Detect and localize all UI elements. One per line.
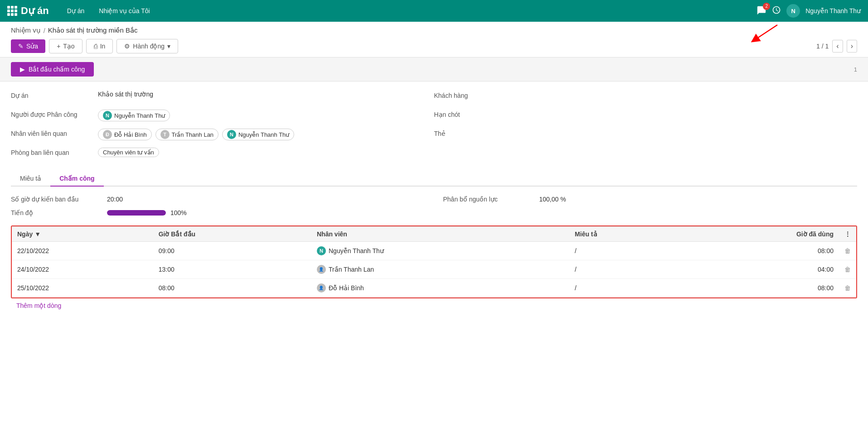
action-button[interactable]: ⚙ Hành động ▾ [116,39,178,53]
progress-bar-bg [107,210,166,216]
nav-du-an[interactable]: Dự án [60,0,92,22]
table-row: 22/10/2022 09:00 N Nguyễn Thanh Thư / 08 [12,242,856,260]
cell-nhan-vien-2: 👤 Trần Thanh Lan [311,260,569,279]
nhan-vien-tag-3[interactable]: N Nguyễn Thanh Thư [222,129,294,140]
print-button[interactable]: ⎙ In [86,39,113,53]
edit-button[interactable]: ✎ Sửa [11,39,45,53]
breadcrumb: Nhiệm vụ / Khảo sát thị trường miền Bắc [0,22,868,37]
prev-button[interactable]: ‹ [832,40,843,53]
sort-icon: ▼ [34,230,41,238]
nguoi-phan-cong-tag[interactable]: N Nguyễn Thanh Thư [98,110,170,121]
start-counter: 1 [854,66,857,73]
col-mieu-ta: Miêu tả [569,227,679,242]
han-chot-row: Hạn chót [434,110,858,122]
cell-gio-3: 08:00 [153,279,311,297]
cell-gio-da-dung-1: 08:00 [679,242,839,260]
phong-ban-value: Chuyên viên tư vấn [98,148,434,157]
user-name[interactable]: Nguyễn Thanh Thư [805,7,861,14]
tab-cham-cong[interactable]: Chấm công [50,171,103,187]
form-grid: Dự án Khảo sát thị trường Người được Phâ… [11,91,857,160]
edit-icon: ✎ [18,43,24,50]
cell-mieu-ta-1: / [569,242,679,260]
pagination-area: 1 / 1 ‹ › [816,40,857,53]
row1-avatar: N [317,246,326,255]
svg-line-0 [755,25,777,40]
phan-bo-label: Phân bổ nguồn lực [443,196,534,203]
so-gio-value: 20:00 [107,196,123,203]
col-ngay[interactable]: Ngày ▼ [12,227,153,242]
app-title: Dự án [21,5,49,17]
cell-gio-1: 09:00 [153,242,311,260]
timesheets-table: Ngày ▼ Giờ Bắt đầu Nhân viên Miêu tả Giờ… [12,226,856,297]
table-row: 24/10/2022 13:00 👤 Trần Thanh Lan / 04: [12,260,856,279]
notification-icon[interactable]: 2 [756,5,766,17]
user-avatar: N [786,4,800,18]
cell-delete-2[interactable]: 🗑 [839,260,856,279]
clock-icon[interactable] [772,5,781,17]
cell-date-1: 22/10/2022 [12,242,153,260]
du-an-row: Dự án Khảo sát thị trường [11,91,434,103]
phong-ban-row: Phòng ban liên quan Chuyên viên tư vấn [11,148,434,160]
nhan-vien-row: Nhân viên liên quan Đ Đỗ Hải Bình T Trần… [11,129,434,141]
breadcrumb-parent[interactable]: Nhiệm vụ [11,26,41,34]
nguoi-phan-cong-row: Người được Phân công N Nguyễn Thanh Thư [11,110,434,122]
action-bar: ✎ Sửa + Tạo ⎙ In ⚙ Hành động ▾ 1 / 1 ‹ › [0,37,868,57]
topnav: Dự án Dự án Nhiệm vụ của Tôi 2 N Nguyễn … [0,0,868,22]
cell-gio-2: 13:00 [153,260,311,279]
start-chamcong-label: Bắt đầu chấm công [29,66,85,73]
cell-gio-da-dung-2: 04:00 [679,260,839,279]
start-chamcong-button[interactable]: ▶ Bắt đầu chấm công [11,62,94,77]
nhan-vien-label: Nhân viên liên quan [11,129,92,137]
du-an-value: Khảo sát thị trường [98,91,434,98]
phong-ban-tag[interactable]: Chuyên viên tư vấn [98,148,159,157]
col-options-icon[interactable]: ⋮ [844,230,851,238]
cell-nhan-vien-3: 👤 Đỗ Hải Bình [311,279,569,297]
cell-date-2: 24/10/2022 [12,260,153,279]
nguoi-phan-cong-avatar: N [103,111,112,120]
cell-delete-3[interactable]: 🗑 [839,279,856,297]
progress-bar-fill [107,210,166,216]
table-row: 25/10/2022 08:00 👤 Đỗ Hải Bình / 08:00 [12,279,856,297]
chevron-down-icon: ▾ [167,43,170,50]
the-label: Thẻ [434,129,516,137]
cell-delete-1[interactable]: 🗑 [839,242,856,260]
nhan-vien-avatar-3: N [227,130,236,139]
cell-nhan-vien-1: N Nguyễn Thanh Thư [311,242,569,260]
form-left: Dự án Khảo sát thị trường Người được Phâ… [11,91,434,160]
col-gio-da-dung: Giờ đã dùng [679,227,839,242]
row2-avatar: 👤 [317,265,326,274]
main-content: Dự án Khảo sát thị trường Người được Phâ… [0,81,868,322]
start-bar: ▶ Bắt đầu chấm công 1 [0,57,868,81]
nav-nhiem-vu[interactable]: Nhiệm vụ của Tôi [92,0,157,22]
gear-icon: ⚙ [124,43,130,50]
tien-do-label: Tiến độ [11,209,102,216]
han-chot-label: Hạn chót [434,110,516,118]
col-gio-bat-dau: Giờ Bắt đầu [153,227,311,242]
du-an-label: Dự án [11,91,92,99]
khach-hang-row: Khách hàng [434,91,858,103]
chamcong-fields: Số giờ dự kiến ban đầu 20:00 Phân bổ ngu… [11,196,857,216]
so-gio-row: Số giờ dự kiến ban đầu 20:00 [11,196,425,203]
nguoi-phan-cong-value: N Nguyễn Thanh Thư [98,110,434,121]
create-button[interactable]: + Tạo [49,39,82,53]
pagination-text: 1 / 1 [816,43,829,50]
next-button[interactable]: › [847,40,857,53]
form-right: Khách hàng Hạn chót Thẻ [434,91,858,160]
nhan-vien-tag-1[interactable]: Đ Đỗ Hải Bình [98,129,152,140]
row3-avatar: 👤 [317,283,326,292]
print-icon: ⎙ [94,43,97,50]
cell-date-3: 25/10/2022 [12,279,153,297]
the-row: Thẻ [434,129,858,141]
tab-mieu-ta[interactable]: Miêu tả [11,171,50,187]
play-icon: ▶ [20,66,25,73]
breadcrumb-separator: / [44,27,45,34]
add-row-link[interactable]: Thêm một dòng [11,298,67,313]
nguoi-phan-cong-label: Người được Phân công [11,110,92,118]
nhan-vien-tag-2[interactable]: T Trần Thanh Lan [155,129,219,140]
table-header: Ngày ▼ Giờ Bắt đầu Nhân viên Miêu tả Giờ… [12,227,856,242]
tien-do-row: Tiến độ 100% [11,209,425,216]
app-grid-menu[interactable] [7,6,17,16]
table-body: 22/10/2022 09:00 N Nguyễn Thanh Thư / 08 [12,242,856,297]
notification-badge: 2 [763,3,770,10]
topnav-right: 2 N Nguyễn Thanh Thư [756,4,861,18]
